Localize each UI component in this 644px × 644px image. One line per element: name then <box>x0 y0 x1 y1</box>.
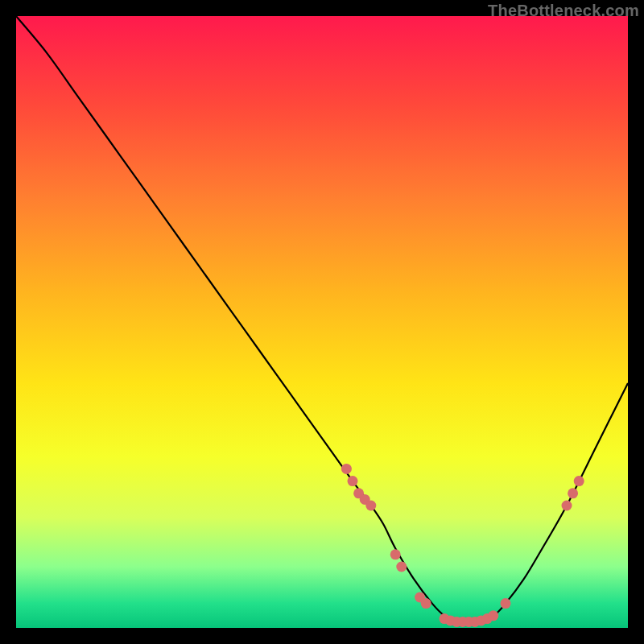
marker-dot <box>421 598 431 609</box>
bottleneck-chart <box>16 16 628 628</box>
marker-dot <box>501 598 511 609</box>
marker-dot <box>341 464 352 474</box>
marker-dot <box>348 476 358 486</box>
marker-dot <box>396 562 407 572</box>
marker-dot <box>390 549 401 559</box>
marker-dot <box>365 501 376 511</box>
watermark-text: TheBottleneck.com <box>488 2 639 20</box>
chart-frame <box>16 16 628 628</box>
marker-dot <box>568 488 578 498</box>
marker-dot <box>562 501 572 511</box>
marker-dot <box>574 476 584 486</box>
gradient-background <box>16 16 628 628</box>
marker-dot <box>488 610 498 621</box>
